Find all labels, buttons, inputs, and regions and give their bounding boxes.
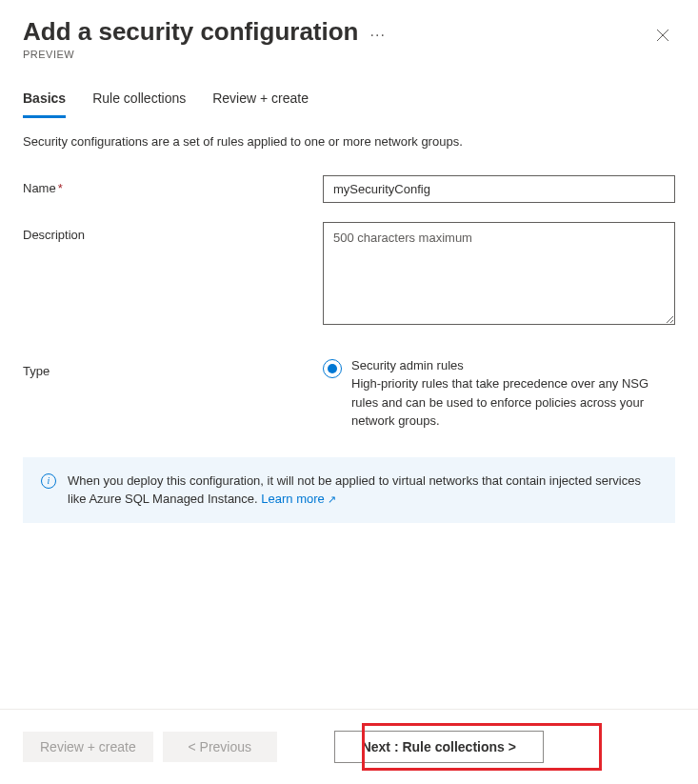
review-create-button[interactable]: Review + create [23, 732, 153, 762]
info-icon: i [41, 473, 56, 489]
content: Security configurations are a set of rul… [0, 119, 698, 523]
tab-rule-collections[interactable]: Rule collections [92, 83, 186, 118]
required-asterisk: * [58, 181, 63, 195]
description-label: Description [23, 222, 323, 242]
radio-button-icon [323, 359, 342, 378]
form-row-description: Description [23, 222, 675, 328]
form-row-name: Name* [23, 175, 675, 203]
description-textarea[interactable] [323, 222, 675, 325]
name-control [323, 175, 675, 203]
tab-review-create[interactable]: Review + create [212, 83, 309, 118]
type-control: Security admin rules High-priority rules… [323, 358, 675, 431]
learn-more-text: Learn more [261, 492, 324, 506]
panel-header: Add a security configuration ··· PREVIEW [0, 0, 698, 60]
title-row: Add a security configuration ··· [23, 17, 386, 47]
name-label-text: Name [23, 181, 56, 195]
close-icon [656, 29, 669, 42]
previous-button[interactable]: < Previous [163, 732, 277, 762]
next-button[interactable]: Next : Rule collections > [334, 731, 544, 763]
page-title: Add a security configuration [23, 17, 359, 47]
radio-content: Security admin rules High-priority rules… [351, 358, 675, 431]
header-left: Add a security configuration ··· PREVIEW [23, 17, 386, 60]
footer: Review + create < Previous Next : Rule c… [0, 709, 698, 784]
more-options-button[interactable]: ··· [370, 21, 386, 44]
name-label: Name* [23, 175, 323, 195]
tab-basics[interactable]: Basics [23, 83, 66, 118]
name-input[interactable] [323, 175, 675, 203]
description-control [323, 222, 675, 328]
form-row-type: Type Security admin rules High-priority … [23, 358, 675, 431]
radio-option-description: High-priority rules that take precedence… [351, 374, 675, 431]
radio-security-admin-rules[interactable]: Security admin rules High-priority rules… [323, 358, 675, 431]
close-button[interactable] [650, 23, 675, 51]
radio-selected-dot [328, 364, 337, 373]
info-text: When you deploy this configuration, it w… [68, 472, 657, 509]
info-text-content: When you deploy this configuration, it w… [68, 473, 641, 507]
type-label: Type [23, 358, 323, 378]
info-box: i When you deploy this configuration, it… [23, 457, 675, 523]
intro-text: Security configurations are a set of rul… [23, 134, 675, 149]
tabs: Basics Rule collections Review + create [0, 83, 698, 119]
radio-option-label: Security admin rules [351, 358, 675, 372]
learn-more-link[interactable]: Learn more↗ [261, 492, 335, 506]
external-link-icon: ↗ [328, 493, 336, 505]
preview-badge: PREVIEW [23, 49, 386, 60]
